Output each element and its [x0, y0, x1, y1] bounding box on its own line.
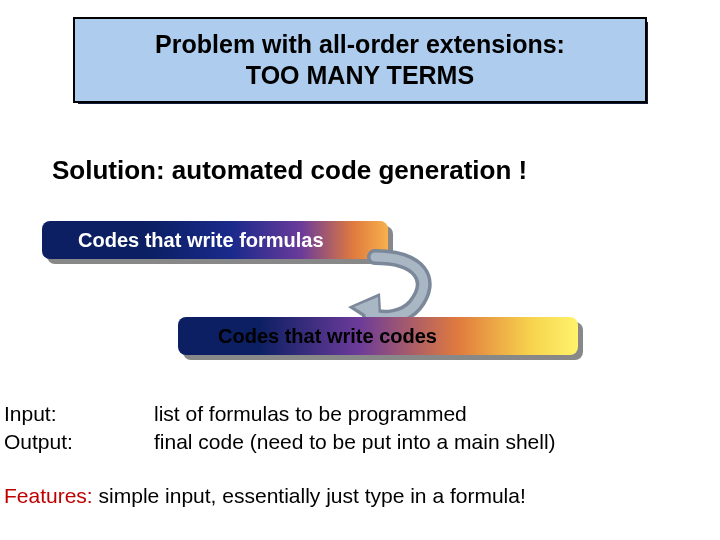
title-line-1: Problem with all-order extensions: [155, 30, 565, 58]
title-text: Problem with all-order extensions: TOO M… [155, 29, 565, 92]
pill-2-label: Codes that write codes [218, 325, 437, 348]
io-input-text: list of formulas to be programmed [154, 400, 467, 428]
io-input-label: Input: [4, 400, 154, 428]
io-input-row: Input: list of formulas to be programmed [4, 400, 556, 428]
io-block: Input: list of formulas to be programmed… [4, 400, 556, 457]
pill-codes-write-codes: Codes that write codes [178, 317, 578, 355]
io-output-label: Output: [4, 428, 154, 456]
solution-heading: Solution: automated code generation ! [52, 155, 527, 186]
slide: Problem with all-order extensions: TOO M… [0, 0, 720, 540]
features-label: Features: [4, 484, 93, 507]
io-output-row: Output: final code (need to be put into … [4, 428, 556, 456]
features-line: Features: simple input, essentially just… [4, 484, 526, 508]
pill-codes-write-formulas: Codes that write formulas [42, 221, 388, 259]
io-output-text: final code (need to be put into a main s… [154, 428, 556, 456]
title-box: Problem with all-order extensions: TOO M… [73, 17, 647, 103]
pill-1-label: Codes that write formulas [78, 229, 324, 252]
title-line-2: TOO MANY TERMS [246, 61, 474, 89]
features-text: simple input, essentially just type in a… [93, 484, 526, 507]
